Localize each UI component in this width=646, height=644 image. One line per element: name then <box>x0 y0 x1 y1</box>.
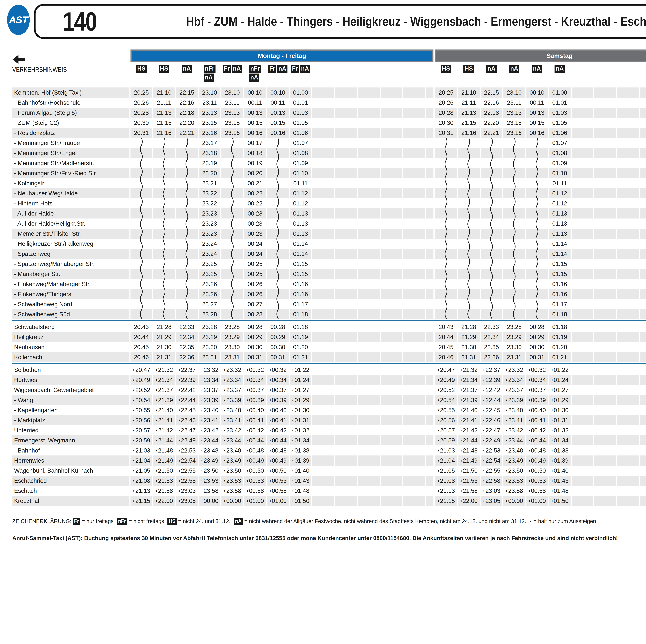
stop-name: Kreuzthal <box>12 496 129 506</box>
exit-only-icon: ◖ <box>132 458 135 462</box>
time-cell: ◖21.39 <box>458 395 479 405</box>
time-cell: 23.30 <box>221 342 243 352</box>
time-cell: ◖21.32 <box>153 365 175 375</box>
exit-only-icon: ◖ <box>528 408 530 412</box>
exit-only-icon: ◖ <box>292 388 294 392</box>
time-cell <box>312 118 334 128</box>
time-cell <box>403 108 425 118</box>
time-cell <box>130 178 152 188</box>
time-cell: ◖21.15 <box>435 496 457 506</box>
time-cell <box>312 178 334 188</box>
exit-only-icon: ◖ <box>201 499 203 503</box>
route-description: Hbf - ZUM - Halde - Thingers - Heiligkre… <box>160 14 646 29</box>
time-cell <box>435 208 457 218</box>
time-cell <box>594 405 616 415</box>
time-cell: 00.21 <box>244 178 266 188</box>
time-cell: 00.24 <box>244 239 266 249</box>
time-cell <box>358 332 380 342</box>
service-note-badge: nA <box>300 65 310 73</box>
time-cell: ◖01.24 <box>549 375 570 385</box>
time-cell <box>571 88 593 98</box>
time-cell: 23.26 <box>199 279 220 289</box>
time-cell: 01.07 <box>549 138 570 148</box>
table-row: - Finkenweg/Mariaberger Str.23.2600.2601… <box>12 279 646 289</box>
time-cell <box>381 259 402 269</box>
time-cell: ◖00.50 <box>267 465 289 475</box>
time-cell <box>358 118 380 128</box>
time-cell: 20.26 <box>130 98 152 108</box>
exit-only-icon: ◖ <box>201 398 203 402</box>
time-cell: ◖23.39 <box>199 395 220 405</box>
time-cell: ◖23.03 <box>176 486 198 496</box>
time-cell <box>403 138 425 148</box>
empty-cell <box>426 365 433 375</box>
time-cell: ◖21.15 <box>130 496 152 506</box>
table-row: Schwabelsberg20.4321.2822.3323.2823.2800… <box>12 322 646 332</box>
time-cell: ◖22.44 <box>176 395 198 405</box>
time-cell: ◖23.44 <box>199 435 220 445</box>
time-cell <box>130 229 152 239</box>
time-cell <box>526 178 548 188</box>
time-cell: 00.11 <box>244 98 266 108</box>
time-cell <box>403 415 425 425</box>
time-cell <box>435 158 457 168</box>
time-cell <box>358 249 380 259</box>
time-cell <box>617 229 639 239</box>
time-cell: ◖00.37 <box>267 385 289 395</box>
exit-only-icon: ◖ <box>528 448 530 452</box>
empty-cell <box>426 158 433 168</box>
stop-name: - Schwalbenweg Nord <box>12 299 129 309</box>
time-cell <box>617 395 639 405</box>
exit-only-icon: ◖ <box>269 479 271 482</box>
time-cell: ◖22.53 <box>176 445 198 455</box>
time-cell: 23.15 <box>199 118 220 128</box>
time-cell: 01.19 <box>290 332 311 342</box>
exit-only-icon: ◖ <box>223 448 226 452</box>
time-cell <box>381 138 402 148</box>
exit-only-icon: ◖ <box>505 479 508 482</box>
table-row: Kreuzthal◖21.15◖22.00◖23.05◖00.00◖00.00◖… <box>12 496 646 506</box>
stop-name: - Auf der Halde <box>12 208 129 218</box>
time-cell <box>458 158 479 168</box>
time-cell: 01.16 <box>549 279 570 289</box>
time-cell <box>335 98 357 108</box>
time-cell: ◖22.00 <box>458 496 479 506</box>
table-row: - Auf der Halde/Heiligkr.Str.23.2300.230… <box>12 218 646 229</box>
time-cell <box>526 249 548 259</box>
time-cell: ◖01.43 <box>549 475 570 486</box>
time-cell: ◖00.49 <box>244 455 266 465</box>
badge-band-sa: HSHSnAnAnAnA <box>435 65 646 73</box>
exit-only-icon: ◖ <box>269 398 271 402</box>
time-cell: ◖01.31 <box>549 415 570 425</box>
exit-only-icon: ◖ <box>269 448 271 452</box>
time-cell: 00.27 <box>244 299 266 309</box>
table-row: Eschachried◖21.08◖21.53◖22.58◖23.53◖23.5… <box>12 475 646 486</box>
time-cell <box>335 486 357 496</box>
time-cell: 00.16 <box>526 128 548 138</box>
exit-only-icon: ◖ <box>246 469 248 472</box>
time-cell <box>358 279 380 289</box>
time-cell <box>381 342 402 352</box>
time-cell <box>312 375 334 385</box>
time-cell: 22.35 <box>176 342 198 352</box>
time-cell <box>358 415 380 425</box>
time-cell: ◖20.47 <box>130 365 152 375</box>
time-cell <box>480 309 502 319</box>
time-cell <box>526 138 548 148</box>
time-cell: ◖01.40 <box>549 465 570 475</box>
exit-only-icon: ◖ <box>201 418 203 422</box>
time-cell <box>335 279 357 289</box>
time-cell <box>571 299 593 309</box>
time-cell <box>153 178 175 188</box>
time-cell <box>381 249 402 259</box>
time-cell <box>358 229 380 239</box>
time-cell <box>358 352 380 362</box>
time-cell <box>617 415 639 425</box>
exit-only-icon: ◖ <box>155 408 157 412</box>
time-cell: 00.26 <box>244 289 266 299</box>
time-cell: ◖00.42 <box>526 425 548 435</box>
time-cell: ◖00.42 <box>244 425 266 435</box>
time-cell: 00.10 <box>526 88 548 98</box>
time-cell <box>130 208 152 218</box>
time-cell <box>381 445 402 455</box>
